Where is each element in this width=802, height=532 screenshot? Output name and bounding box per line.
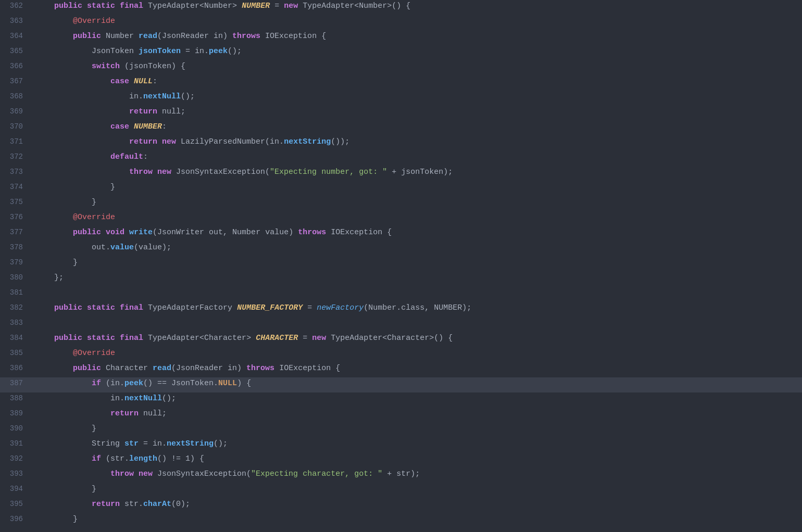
line-number: 370 [0,121,32,133]
token: throws [246,364,274,373]
line-number: 374 [0,181,32,193]
line-number: 372 [0,151,32,163]
line-content: @Override [32,211,802,223]
line-number: 393 [0,468,32,480]
token [35,439,92,448]
token: public [54,2,82,10]
token [35,228,73,237]
token [35,515,73,524]
token: "Expecting character, got: " [251,470,382,478]
token [115,334,120,343]
token: nextNull [124,394,162,403]
token: new [157,168,171,176]
token: new [162,137,176,146]
token: (str. [101,454,129,463]
line-number: 376 [0,211,32,223]
token: @Override [73,17,115,26]
line-content: public Character read(JsonReader in) thr… [32,362,802,374]
code-line: 391 String str = in.nextString(); [0,438,802,453]
line-number: 380 [0,272,32,284]
token: nextNull [143,92,181,101]
code-line: 379 } [0,257,802,272]
line-number: 369 [0,106,32,118]
code-line: 390 } [0,423,802,438]
token: return [129,107,157,116]
token: if [92,454,101,463]
token [35,77,110,86]
code-line: 380 }; [0,272,802,287]
line-number: 395 [0,498,32,510]
line-content: public void write(JsonWriter out, Number… [32,226,802,238]
code-line: 378 out.value(value); [0,242,802,257]
line-number: 394 [0,483,32,495]
token: throw [129,168,153,176]
token [35,32,73,41]
token: CHARACTER [256,334,298,343]
line-content: return null; [32,106,802,118]
token [134,470,139,478]
token [35,213,73,222]
code-editor: 362 public static final TypeAdapter<Numb… [0,0,802,532]
token: public [73,32,101,41]
token [35,409,110,418]
token: = [270,2,284,10]
line-content: if (in.peek() == JsonToken.NULL) { [32,377,802,389]
line-number: 378 [0,242,32,254]
token: public [54,334,82,343]
token [35,2,54,10]
code-line: 371 return new LazilyParsedNumber(in.nex… [0,136,802,151]
line-number: 388 [0,392,32,404]
token: final [120,2,143,10]
code-line: 365 JsonToken jsonToken = in.peek(); [0,45,802,60]
token: } [92,424,96,433]
code-line: 385 @Override [0,347,802,362]
line-number: 368 [0,91,32,103]
token: (JsonWriter out, Number value) [153,228,298,237]
token: () == JsonToken. [143,379,218,388]
token: new [284,2,298,10]
line-number: 386 [0,362,32,374]
code-line: 369 return null; [0,106,802,121]
line-content: public static final TypeAdapterFactory N… [32,302,802,314]
line-content: return str.charAt(0); [32,498,802,510]
token: (jsonToken) { [120,62,185,71]
token [35,92,129,101]
token: } [92,485,96,493]
line-number: 384 [0,332,32,344]
token: final [120,303,143,312]
token: NUMBER [242,2,270,10]
line-content: public Number read(JsonReader in) throws… [32,30,802,42]
code-line: 367 case NULL: [0,75,802,91]
token: charAt [143,500,171,509]
token: if [92,379,101,388]
token: NUMBER_FACTORY [237,303,303,312]
token: throw [110,470,134,478]
token [35,379,92,388]
token: new [139,470,153,478]
token: nextString [284,137,331,146]
line-content: public static final TypeAdapter<Characte… [32,332,802,344]
line-content: in.nextNull(); [32,392,802,404]
token [35,500,92,509]
token: peek [124,379,143,388]
token: static [87,303,115,312]
token [35,258,73,267]
token: read [153,364,171,373]
line-number: 379 [0,257,32,269]
token: (JsonReader in) [171,364,246,373]
code-line: 384 public static final TypeAdapter<Char… [0,332,802,347]
token [101,228,106,237]
line-content: } [32,423,802,435]
code-line: 370 case NUMBER: [0,121,802,136]
line-number: 365 [0,45,32,57]
token [35,183,110,192]
code-line: 375 } [0,196,802,211]
code-line: 373 throw new JsonSyntaxException("Expec… [0,166,802,181]
token: case [110,77,129,86]
token [35,17,73,26]
line-content: public static final TypeAdapter<Number> … [32,0,802,12]
line-number: 366 [0,60,32,72]
line-content: default: [32,151,802,163]
line-content: }; [32,272,802,284]
line-content [32,287,802,299]
